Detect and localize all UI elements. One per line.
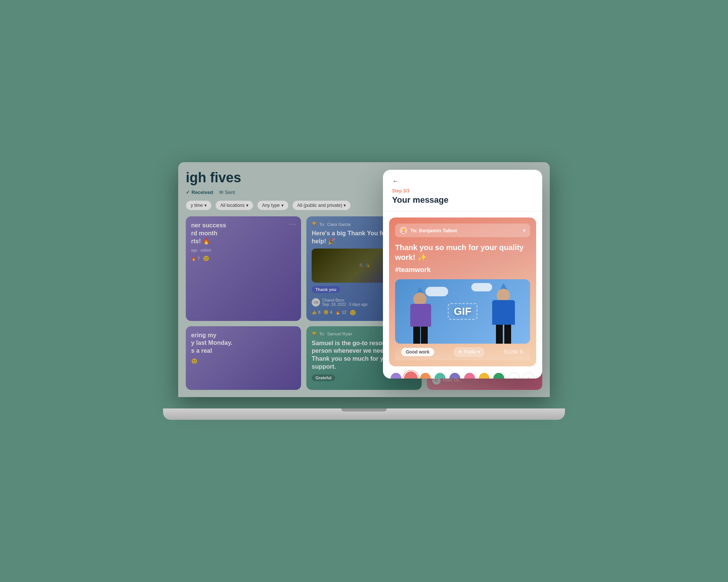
swatch-pink[interactable]	[464, 373, 475, 379]
recipient-label: 🏆 To: Benjamin Talbot	[400, 227, 457, 234]
message-card: 🏆 To: Benjamin Talbot ▾ Thank you so muc…	[389, 217, 536, 366]
person-left	[410, 293, 431, 344]
swatch-orange[interactable]	[420, 373, 431, 379]
swatch-violet[interactable]	[449, 373, 460, 379]
eye-icon: 👁	[458, 349, 463, 355]
gif-label: GIF	[448, 303, 478, 320]
tag-button[interactable]: Good work	[401, 348, 434, 356]
modal-overlay: ← Step 3/3 Your message 🏆 To: Benjamin T	[178, 162, 550, 397]
refresh-icon: ↻	[519, 349, 524, 355]
visibility-button[interactable]: 👁 Public ▾	[454, 347, 485, 357]
swatch-coral[interactable]	[404, 371, 417, 379]
message-text[interactable]: Thank you so much for your quality work!…	[395, 242, 530, 262]
chevron-down-icon: ▾	[478, 349, 480, 355]
cloud-right	[471, 283, 492, 291]
leg-right-2	[504, 325, 511, 344]
person-right	[492, 289, 515, 344]
next-arrow-button[interactable]: ›	[522, 372, 535, 379]
laptop-base	[163, 408, 565, 420]
gif-container[interactable]: GIF	[395, 279, 530, 344]
laptop-frame: igh fives ✓ Received ✉ Sent y time ▾ All…	[178, 162, 550, 420]
color-swatches-row: ‹ ›	[389, 372, 536, 379]
back-button[interactable]: ←	[392, 177, 399, 185]
swatch-purple[interactable]	[391, 373, 402, 379]
swatch-teal[interactable]	[435, 373, 446, 379]
leg-left-2	[421, 327, 428, 344]
leg-left-1	[413, 327, 420, 344]
recipient-icon: 🏆	[400, 227, 407, 234]
prev-arrow-button[interactable]: ‹	[508, 372, 520, 379]
char-counter: 51/280 ↻	[504, 349, 524, 355]
modal-dialog: ← Step 3/3 Your message 🏆 To: Benjamin T	[383, 170, 542, 379]
leg-right-1	[496, 325, 503, 344]
modal-body: 🏆 To: Benjamin Talbot ▾ Thank you so muc…	[383, 211, 542, 379]
modal-header: ← Step 3/3 Your message	[383, 170, 542, 211]
hashtag-text: #teamwork	[395, 266, 530, 274]
laptop-screen: igh fives ✓ Received ✉ Sent y time ▾ All…	[178, 162, 550, 397]
nav-arrows: ‹ ›	[508, 372, 535, 379]
swatch-green[interactable]	[493, 373, 504, 379]
recipient-bar[interactable]: 🏆 To: Benjamin Talbot ▾	[395, 224, 530, 237]
swatch-yellow[interactable]	[479, 373, 490, 379]
card-action-bar: Good work 👁 Public ▾ 51/280 ↻	[395, 344, 530, 360]
chevron-down-icon: ▾	[523, 227, 526, 233]
modal-title: Your message	[392, 195, 533, 205]
body-right	[492, 300, 515, 325]
step-label: Step 3/3	[392, 188, 533, 194]
message-card-background: 🏆 To: Benjamin Talbot ▾ Thank you so muc…	[389, 217, 536, 366]
body-left	[410, 304, 431, 327]
